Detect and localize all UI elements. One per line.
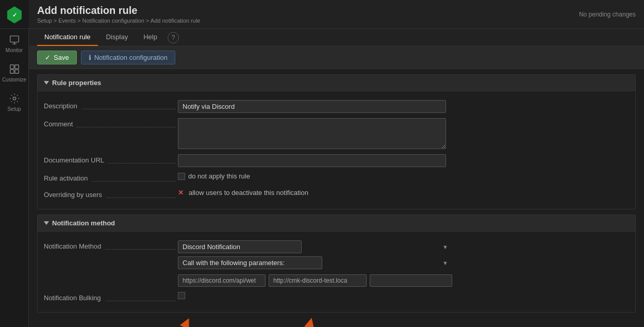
sidebar-item-monitor[interactable]: Monitor <box>0 29 29 58</box>
notification-method-section: Notification method Notification Method … <box>37 215 636 313</box>
discord-webhook-arrow-svg <box>140 318 223 327</box>
bulking-checkbox[interactable] <box>178 292 185 299</box>
sidebar: ✓ Monitor Customize Setup <box>0 0 29 327</box>
svg-point-9 <box>13 97 16 100</box>
select-arrow-icon: ▼ <box>442 244 448 250</box>
collapse-icon-method <box>44 221 49 225</box>
rule-activation-label: Rule activation <box>44 172 178 184</box>
tab-notification-rule[interactable]: Notification rule <box>37 29 98 46</box>
notification-method-title: Notification method <box>52 219 115 227</box>
rule-activation-row: Rule activation do not apply this rule <box>38 170 635 186</box>
notification-method-label: Notification Method <box>44 240 178 252</box>
breadcrumb: Setup > Events > Notification configurat… <box>37 18 200 24</box>
checkmark-icon: ✓ <box>45 54 51 61</box>
info-icon: ℹ <box>89 54 91 61</box>
page-title: Add notification rule <box>37 5 200 17</box>
notification-method-row: Notification Method Discord Notification… <box>38 238 635 289</box>
svg-rect-8 <box>14 70 18 73</box>
tab-display[interactable]: Display <box>99 29 136 46</box>
sidebar-label-customize: Customize <box>2 77 26 83</box>
svg-rect-7 <box>10 70 13 73</box>
extra-input[interactable] <box>370 274 452 287</box>
main-content: Add notification rule Setup > Events > N… <box>29 0 644 327</box>
call-params-arrow-icon: ▼ <box>442 260 448 266</box>
rule-activation-text: do not apply this rule <box>188 172 250 180</box>
toolbar: ✓ Save ℹ Notification configuration <box>29 46 644 69</box>
sidebar-item-customize[interactable]: Customize <box>0 58 29 88</box>
description-label: Description <box>44 100 178 111</box>
svg-rect-2 <box>10 36 19 42</box>
tab-help[interactable]: Help <box>136 29 164 46</box>
rule-properties-section: Rule properties Description Commen <box>37 74 636 209</box>
rule-properties-body: Description Comment <box>38 91 635 209</box>
svg-rect-6 <box>14 65 18 69</box>
annotation-area: Discord Webhook Your checkmk site url <box>37 318 636 327</box>
x-icon: ✕ <box>178 189 184 197</box>
sidebar-label-setup: Setup <box>7 106 21 112</box>
help-circle-icon[interactable]: ? <box>168 32 179 43</box>
doc-url-value <box>178 154 629 167</box>
description-input[interactable] <box>178 100 446 113</box>
comment-textarea[interactable] <box>178 118 446 149</box>
notification-bulking-label: Notification Bulking <box>44 292 178 303</box>
rule-activation-checkbox[interactable] <box>178 173 185 180</box>
comment-label: Comment <box>44 118 178 129</box>
doc-url-row: Documentation URL <box>38 152 635 170</box>
doc-url-label: Documentation URL <box>44 154 178 166</box>
comment-value <box>178 118 629 149</box>
call-params-wrap: Call with the following parameters: ▼ <box>178 256 452 269</box>
overriding-value: ✕ allow users to deactivate this notific… <box>178 189 629 197</box>
site-url-input[interactable] <box>269 274 367 287</box>
collapse-icon <box>44 81 49 85</box>
rule-properties-header[interactable]: Rule properties <box>38 75 635 91</box>
comment-row: Comment <box>38 116 635 152</box>
content-area: Rule properties Description Commen <box>29 69 644 327</box>
no-pending-changes: No pending changes <box>579 11 636 18</box>
notification-method-body: Notification Method Discord Notification… <box>38 232 635 312</box>
webhook-inputs-row <box>178 274 452 287</box>
call-params-select[interactable]: Call with the following parameters: <box>178 256 322 269</box>
logo[interactable]: ✓ <box>0 0 29 29</box>
notification-method-header[interactable]: Notification method <box>38 215 635 232</box>
overriding-row: Overriding by users ✕ allow users to dea… <box>38 186 635 203</box>
site-url-arrow-svg <box>264 318 357 327</box>
overriding-text: allow users to deactivate this notificat… <box>189 189 308 197</box>
topbar-title-area: Add notification rule Setup > Events > N… <box>37 5 200 24</box>
sidebar-label-monitor: Monitor <box>6 47 23 53</box>
topbar: Add notification rule Setup > Events > N… <box>29 0 644 29</box>
notification-bulking-value <box>178 292 629 299</box>
method-select-wrap: Discord Notification ▼ <box>178 240 452 253</box>
notification-method-value: Discord Notification ▼ Call with the fol… <box>178 240 629 287</box>
sidebar-item-setup[interactable]: Setup <box>0 88 29 117</box>
svg-rect-5 <box>10 65 13 69</box>
rule-activation-value: do not apply this rule <box>178 172 629 180</box>
description-value <box>178 100 629 113</box>
svg-text:✓: ✓ <box>12 12 16 18</box>
method-select[interactable]: Discord Notification <box>178 240 302 253</box>
notification-bulking-row: Notification Bulking <box>38 289 635 306</box>
webhook-url-input[interactable] <box>178 274 266 287</box>
description-row: Description <box>38 97 635 116</box>
notification-config-button[interactable]: ℹ Notification configuration <box>81 51 175 64</box>
save-button[interactable]: ✓ Save <box>37 51 77 64</box>
rule-properties-title: Rule properties <box>52 79 101 87</box>
overriding-label: Overriding by users <box>44 189 178 200</box>
nav-tabs: Notification rule Display Help ? <box>29 29 644 46</box>
doc-url-input[interactable] <box>178 154 446 167</box>
